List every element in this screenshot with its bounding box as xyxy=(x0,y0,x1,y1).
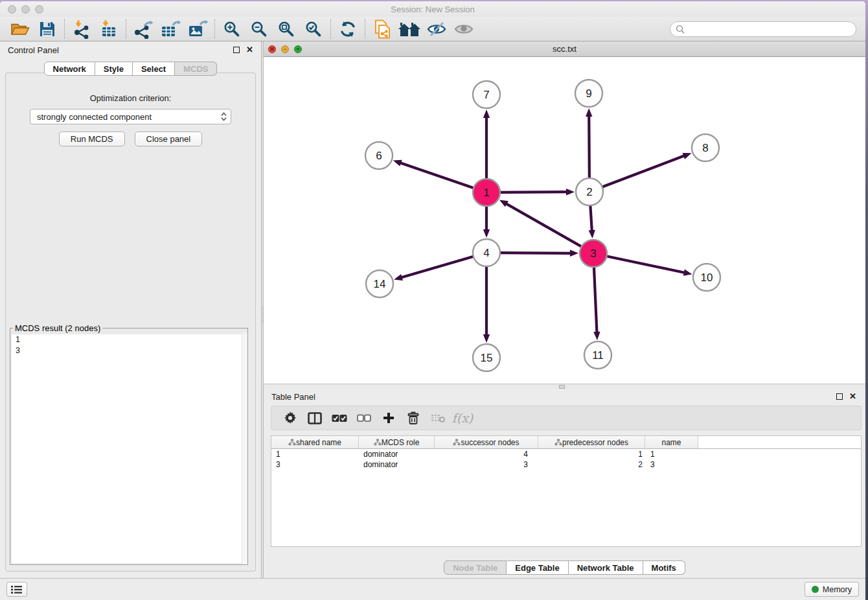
tab-select[interactable]: Select xyxy=(133,62,175,76)
edge-arrow-1-7 xyxy=(483,110,490,118)
cell-mcds-role[interactable]: dominator xyxy=(359,459,435,470)
tab-network-table[interactable]: Network Table xyxy=(569,560,643,575)
refresh-network-button[interactable] xyxy=(334,18,361,40)
split-columns-button[interactable] xyxy=(303,408,327,428)
cell-predecessor-nodes[interactable]: 1 xyxy=(538,449,645,459)
network-window-titlebar[interactable]: ✕ − + scc.txt xyxy=(264,41,865,57)
task-history-button[interactable] xyxy=(6,582,27,597)
close-panel-button[interactable]: Close panel xyxy=(135,132,203,146)
cell-successor-nodes[interactable]: 3 xyxy=(435,459,538,470)
select-all-button[interactable] xyxy=(327,408,352,428)
cell-shared-name[interactable]: 3 xyxy=(271,459,359,470)
edge-1-6[interactable] xyxy=(400,163,475,189)
import-table-icon xyxy=(99,19,119,39)
home-button[interactable] xyxy=(396,18,423,40)
edge-2-3[interactable] xyxy=(590,204,592,231)
result-scrollbar[interactable] xyxy=(242,333,247,564)
network-canvas-svg[interactable]: 7968124314101511 xyxy=(264,57,865,384)
cell-mcds-role[interactable]: dominator xyxy=(359,449,435,459)
edge-arrow-4-14 xyxy=(394,274,403,281)
result-item[interactable]: 3 xyxy=(12,345,246,356)
edge-4-3[interactable] xyxy=(499,253,571,253)
export-network-button[interactable] xyxy=(130,18,157,40)
search-input[interactable] xyxy=(688,25,851,34)
export-image-button[interactable] xyxy=(184,18,211,40)
float-panel-icon[interactable] xyxy=(233,47,240,53)
cell-name[interactable]: 1 xyxy=(645,449,698,459)
float-panel-icon[interactable] xyxy=(836,393,843,400)
control-panel-header: Control Panel ✕ xyxy=(0,41,261,58)
close-panel-icon[interactable]: ✕ xyxy=(246,47,253,53)
deselect-all-button[interactable] xyxy=(352,408,376,428)
add-row-button[interactable] xyxy=(376,408,401,428)
zoom-fit-button[interactable] xyxy=(273,18,300,40)
edge-3-1[interactable] xyxy=(506,203,583,248)
export-table-button[interactable] xyxy=(157,18,184,40)
column-header-mcds-role[interactable]: MCDS role xyxy=(359,436,435,448)
network-document-button[interactable] xyxy=(369,18,396,40)
save-session-button[interactable] xyxy=(34,18,61,40)
delete-row-button[interactable] xyxy=(401,408,426,428)
node-label-14: 14 xyxy=(374,278,386,290)
maximize-window-button[interactable] xyxy=(35,5,43,14)
table-settings-button[interactable] xyxy=(278,408,303,428)
close-panel-icon[interactable]: ✕ xyxy=(849,393,856,400)
horizontal-splitter[interactable] xyxy=(264,384,865,389)
edge-4-14[interactable] xyxy=(401,256,475,277)
criterion-dropdown[interactable]: strongly connected component xyxy=(30,109,231,124)
zoom-in-button[interactable] xyxy=(218,18,246,40)
table-header-row: shared name MCDS role successor nodes pr… xyxy=(271,436,861,449)
zoom-selected-button[interactable] xyxy=(300,18,327,40)
network-window-controls: ✕ − + xyxy=(268,45,302,53)
minimize-window-button[interactable] xyxy=(21,5,30,14)
cell-predecessor-nodes[interactable]: 2 xyxy=(538,459,645,470)
edge-2-8[interactable] xyxy=(601,156,685,187)
close-network-button[interactable]: ✕ xyxy=(268,45,276,53)
import-network-button[interactable] xyxy=(68,18,95,40)
tab-motifs[interactable]: Motifs xyxy=(643,560,685,575)
tab-network[interactable]: Network xyxy=(44,62,95,76)
column-header-shared-name[interactable]: shared name xyxy=(271,436,359,448)
edge-2-9[interactable] xyxy=(589,115,589,179)
node-label-6: 6 xyxy=(376,150,382,162)
maximize-network-button[interactable]: + xyxy=(294,45,302,53)
node-table: shared name MCDS role successor nodes pr… xyxy=(271,435,862,547)
function-builder-button[interactable]: f(x) xyxy=(450,408,475,428)
toolbar-separator xyxy=(214,19,215,39)
import-table-button[interactable] xyxy=(95,18,122,40)
node-label-9: 9 xyxy=(586,87,591,100)
cell-shared-name[interactable]: 1 xyxy=(271,449,359,459)
close-window-button[interactable] xyxy=(8,5,16,14)
memory-button[interactable]: Memory xyxy=(805,582,859,597)
column-label: shared name xyxy=(296,438,341,447)
column-header-predecessor-nodes[interactable]: predecessor nodes xyxy=(538,436,645,448)
memory-label: Memory xyxy=(823,585,852,594)
network-canvas[interactable]: 7968124314101511 xyxy=(264,57,865,384)
edge-1-2[interactable] xyxy=(499,192,567,192)
tab-mcds[interactable]: MCDS xyxy=(175,62,217,76)
result-item[interactable]: 1 xyxy=(12,334,246,345)
table-row[interactable]: 3dominator323 xyxy=(271,459,861,470)
tab-edge-table[interactable]: Edge Table xyxy=(507,560,568,575)
edge-3-10[interactable] xyxy=(606,256,685,273)
zoom-in-icon xyxy=(223,20,241,38)
hide-selected-button[interactable] xyxy=(423,18,450,40)
edge-arrow-3-1 xyxy=(499,200,508,207)
tab-style[interactable]: Style xyxy=(95,62,133,76)
table-body: 1dominator4113dominator323 xyxy=(271,449,861,470)
cell-name[interactable]: 3 xyxy=(645,459,698,470)
cell-successor-nodes[interactable]: 4 xyxy=(435,449,538,459)
delete-table-button[interactable] xyxy=(426,408,450,428)
column-header-name[interactable]: name xyxy=(645,436,698,448)
open-session-button[interactable] xyxy=(6,18,34,40)
table-tabs: Node TableEdge TableNetwork TableMotifs xyxy=(264,560,865,575)
zoom-out-button[interactable] xyxy=(246,18,273,40)
edge-arrow-1-6 xyxy=(393,160,402,167)
table-row[interactable]: 1dominator411 xyxy=(271,449,861,459)
edge-3-11[interactable] xyxy=(594,266,597,333)
show-all-button[interactable] xyxy=(450,18,477,40)
run-mcds-button[interactable]: Run MCDS xyxy=(59,132,125,146)
column-header-successor-nodes[interactable]: successor nodes xyxy=(435,436,538,448)
minimize-network-button[interactable]: − xyxy=(281,45,289,53)
tab-node-table[interactable]: Node Table xyxy=(444,560,507,575)
